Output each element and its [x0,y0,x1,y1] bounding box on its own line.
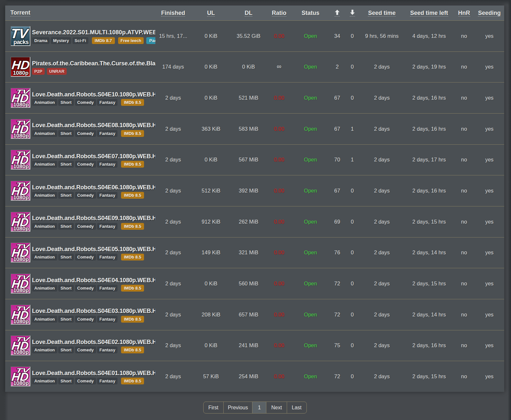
svg-text:1080p: 1080p [13,163,29,169]
svg-text:1080p: 1080p [13,194,29,200]
svg-text:1080p: 1080p [13,318,29,324]
svg-text:1080p: 1080p [13,287,29,293]
svg-text:packs: packs [13,39,29,45]
svg-text:1080p: 1080p [13,225,29,231]
svg-text:1080p: 1080p [13,256,29,262]
svg-text:1080p: 1080p [13,70,28,76]
svg-text:1080p: 1080p [13,349,29,355]
svg-text:1080p: 1080p [13,380,29,386]
svg-text:1080p: 1080p [13,102,29,107]
svg-text:1080p: 1080p [13,132,29,138]
